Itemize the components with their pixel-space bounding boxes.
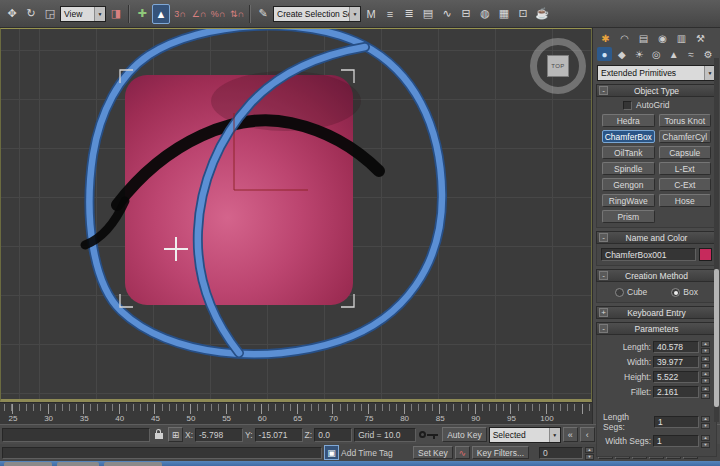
object-type-torus-knot[interactable]: Torus Knot xyxy=(659,114,712,127)
parameter-field[interactable]: 39.977 xyxy=(653,356,699,368)
rollout-toggle-icon[interactable]: - xyxy=(599,233,608,242)
object-type-c-ext[interactable]: C-Ext xyxy=(659,178,712,191)
panel-scrollbar[interactable] xyxy=(714,58,719,422)
material-editor-icon[interactable]: ◍ xyxy=(476,4,494,24)
object-type-l-ext[interactable]: L-Ext xyxy=(659,162,712,175)
object-type-oiltank[interactable]: OilTank xyxy=(602,146,655,159)
rollout-name-and-color[interactable]: - Name and Color xyxy=(596,231,717,244)
autogrid-checkbox[interactable] xyxy=(623,101,632,110)
scene-explorer-icon[interactable]: ▤ xyxy=(419,4,437,24)
percent-snap-icon[interactable]: %∩ xyxy=(209,4,227,24)
curve-editor-icon[interactable]: ∿ xyxy=(438,4,456,24)
schematic-view-icon[interactable]: ⊟ xyxy=(457,4,475,24)
tab-display[interactable]: ▥ xyxy=(673,31,690,45)
rollout-toggle-icon[interactable]: - xyxy=(599,324,608,333)
category-dropdown[interactable]: Extended Primitives ▼ xyxy=(597,65,716,81)
object-type-gengon[interactable]: Gengon xyxy=(602,178,655,191)
align-icon[interactable]: ≡ xyxy=(381,4,399,24)
subtab-cameras[interactable]: ◎ xyxy=(649,47,664,61)
viewport-top[interactable]: TOP xyxy=(0,28,592,402)
object-type-hose[interactable]: Hose xyxy=(659,194,712,207)
status-panel-toggle-button[interactable]: ▣ xyxy=(324,445,339,460)
subtab-spacewarps[interactable]: ≈ xyxy=(683,47,698,61)
tab-hierarchy[interactable]: ▤ xyxy=(635,31,652,45)
timeline-ruler[interactable]: 253035404550556065707580859095100 xyxy=(0,402,592,424)
spinner-control[interactable]: ▲▼ xyxy=(701,435,710,447)
prompt-field[interactable] xyxy=(2,428,150,442)
parameter-field[interactable]: 40.578 xyxy=(653,341,699,353)
object-type-chamferbox[interactable]: ChamferBox xyxy=(602,130,655,143)
rollout-toggle-icon[interactable]: - xyxy=(599,86,608,95)
goto-start-button[interactable]: « xyxy=(563,427,578,442)
scrollbar-thumb[interactable] xyxy=(714,269,719,407)
spinner-control[interactable]: ▲▼ xyxy=(701,416,710,428)
subtab-shapes[interactable]: ◆ xyxy=(614,47,629,61)
tab-utilities[interactable]: ⚒ xyxy=(692,31,709,45)
object-type-prism[interactable]: Prism xyxy=(602,210,655,223)
select-and-rotate-icon[interactable]: ↻ xyxy=(22,4,40,24)
parameter-field[interactable]: 5.522 xyxy=(653,371,699,383)
parameter-field[interactable]: 2.161 xyxy=(653,386,699,398)
rollout-toggle-icon[interactable]: - xyxy=(599,271,608,280)
select-and-move-icon[interactable]: ✥ xyxy=(3,4,21,24)
spinner-control[interactable]: ▲▼ xyxy=(701,371,710,383)
tab-modify[interactable]: ◠ xyxy=(616,31,633,45)
viewcube[interactable]: TOP xyxy=(530,38,586,94)
x-coord-field[interactable]: -5.798 xyxy=(195,428,243,442)
rendered-frame-icon[interactable]: ⊡ xyxy=(514,4,532,24)
previous-frame-button[interactable]: ‹ xyxy=(580,427,595,442)
render-production-icon[interactable]: ☕ xyxy=(533,4,551,24)
select-and-manipulate-icon[interactable]: ▲ xyxy=(152,4,170,24)
object-name-field[interactable]: ChamferBox001 xyxy=(601,248,696,261)
creation-method-cube[interactable]: Cube xyxy=(615,287,647,297)
spinner-control[interactable]: ▲▼ xyxy=(701,386,710,398)
object-type-hedra[interactable]: Hedra xyxy=(602,114,655,127)
parameter-field[interactable]: 1 xyxy=(653,435,699,447)
object-color-swatch[interactable] xyxy=(699,248,712,261)
tab-create[interactable]: ✱ xyxy=(597,31,614,45)
tab-motion[interactable]: ◉ xyxy=(654,31,671,45)
render-setup-icon[interactable]: ▦ xyxy=(495,4,513,24)
y-coord-field[interactable]: -15.071 xyxy=(255,428,303,442)
object-type-capsule[interactable]: Capsule xyxy=(659,146,712,159)
object-type-spindle[interactable]: Spindle xyxy=(602,162,655,175)
named-selection-combo[interactable]: Create Selection Se ▼ xyxy=(273,6,361,22)
angle-snap-icon[interactable]: ∠∩ xyxy=(190,4,208,24)
add-time-tag[interactable]: Add Time Tag xyxy=(341,448,411,458)
object-type-ringwave[interactable]: RingWave xyxy=(602,194,655,207)
set-key-button[interactable]: Set Key xyxy=(413,446,453,459)
snap-toggle-3d-icon[interactable]: 3∩ xyxy=(171,4,189,24)
select-and-scale-icon[interactable]: ◲ xyxy=(41,4,59,24)
z-coord-field[interactable]: 0.0 xyxy=(314,428,352,442)
rollout-creation-method[interactable]: - Creation Method xyxy=(596,269,717,282)
subtab-helpers[interactable]: ▲ xyxy=(666,47,681,61)
selection-lock-icon[interactable] xyxy=(152,427,166,442)
mirror-icon[interactable]: M xyxy=(362,4,380,24)
subtab-geometry[interactable]: ● xyxy=(597,47,612,61)
spinner-snap-icon[interactable]: ⇅∩ xyxy=(228,4,246,24)
selected-dropdown[interactable]: Selected ▼ xyxy=(489,427,561,443)
spinner-control[interactable]: ▲▼ xyxy=(701,356,710,368)
creation-method-box[interactable]: Box xyxy=(671,287,698,297)
layer-manager-icon[interactable]: ≣ xyxy=(400,4,418,24)
key-filters-button[interactable]: Key Filters... xyxy=(472,446,529,459)
subtab-lights[interactable]: ☀ xyxy=(632,47,647,61)
edit-named-selection-sets-icon[interactable]: ✎ xyxy=(254,4,272,24)
new-key-filter-icon[interactable]: ∿ xyxy=(455,446,470,459)
frame-spinner[interactable]: ▲▼ xyxy=(585,447,594,459)
viewcube-top-face[interactable]: TOP xyxy=(547,55,569,77)
rollout-object-type[interactable]: - Object Type xyxy=(596,84,717,97)
rollout-toggle-icon[interactable]: + xyxy=(599,308,608,317)
spinner-control[interactable]: ▲▼ xyxy=(701,341,710,353)
parameter-field[interactable]: 1 xyxy=(654,416,699,428)
object-type-chamfercyl[interactable]: ChamferCyl xyxy=(659,130,712,143)
use-pivot-point-icon[interactable]: ◨ xyxy=(107,4,125,24)
absolute-mode-icon[interactable]: ⊞ xyxy=(168,427,183,442)
move-gizmo-icon[interactable]: ✚ xyxy=(133,4,151,24)
current-frame-field[interactable]: 0 xyxy=(539,447,583,459)
rollout-title: Object Type xyxy=(634,86,679,96)
rollout-keyboard-entry[interactable]: + Keyboard Entry xyxy=(596,306,717,319)
reference-coordinate-dropdown[interactable]: View ▼ xyxy=(60,6,106,22)
rollout-parameters[interactable]: - Parameters xyxy=(596,322,717,335)
auto-key-button[interactable]: Auto Key xyxy=(442,427,487,442)
